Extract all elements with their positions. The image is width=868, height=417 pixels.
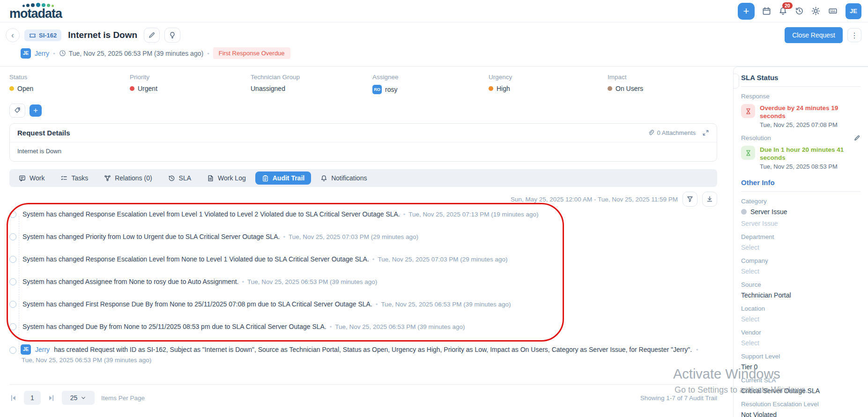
audit-item[interactable]: System has changed Priority from Low to … <box>9 232 717 242</box>
last-page-icon <box>47 394 55 402</box>
expand-icon[interactable] <box>702 129 709 136</box>
collapse-panel-button[interactable]: › <box>733 74 739 89</box>
date-range-text[interactable]: Sun, May 25, 2025 12:00 AM - Tue, Nov 25… <box>511 196 678 203</box>
priority-dot <box>130 86 134 91</box>
lightbulb-icon <box>169 31 176 39</box>
radio-icon[interactable] <box>9 347 16 354</box>
response-status-row: Overdue by 24 minutes 19 seconds Tue, No… <box>741 104 861 128</box>
items-per-page-select[interactable]: 25 <box>62 391 95 405</box>
history-button[interactable] <box>795 7 804 15</box>
separator-dot <box>372 255 375 263</box>
field-resolution-escalation-level[interactable]: Resolution Escalation Level Not Violated <box>741 401 861 417</box>
field-urgency[interactable]: Urgency High <box>489 74 608 94</box>
edit-resolution-icon[interactable] <box>853 134 861 141</box>
field-source[interactable]: Source Technician Portal <box>741 281 861 299</box>
tab-sla[interactable]: SLA <box>162 171 198 185</box>
status-dot <box>9 86 14 91</box>
requester-link[interactable]: Jerry <box>35 50 49 57</box>
calendar-button[interactable] <box>762 7 771 15</box>
items-per-page-label: Items Per Page <box>101 395 145 402</box>
field-status[interactable]: Status Open <box>9 74 130 94</box>
work-icon <box>19 175 26 182</box>
field-category[interactable]: Category Server Issue Server Issue <box>741 198 861 227</box>
tags-row: + <box>9 104 717 118</box>
radio-icon[interactable] <box>9 256 16 263</box>
clock-icon <box>59 50 66 57</box>
app-window: motadata + 20 JE ‹ <box>0 0 868 417</box>
request-description: Internet is Down <box>10 142 717 161</box>
audit-item[interactable]: System has changed Response Escalation L… <box>9 209 717 219</box>
settings-button[interactable] <box>811 7 820 15</box>
radio-icon[interactable] <box>9 301 16 308</box>
response-status-text: Overdue by 24 minutes 19 seconds <box>760 104 861 120</box>
tab-relations[interactable]: Relations (0) <box>97 171 158 185</box>
notifications-tab-icon <box>320 175 327 182</box>
field-department[interactable]: Department Select <box>741 233 861 251</box>
suggestion-button[interactable] <box>164 28 180 43</box>
radio-icon[interactable] <box>9 278 16 285</box>
tab-work[interactable]: Work <box>12 171 51 185</box>
field-support-level[interactable]: Support Level Tier 0 <box>741 353 861 371</box>
download-button[interactable] <box>702 192 717 207</box>
page-number[interactable]: 1 <box>24 391 41 405</box>
urgency-dot <box>489 86 493 91</box>
main-content: Status Open Priority Urgent Technician G… <box>0 67 724 405</box>
keyboard-icon <box>828 7 838 15</box>
audit-item[interactable]: System has changed Assignee from None to… <box>9 277 717 287</box>
radio-icon[interactable] <box>9 211 16 218</box>
more-options-button[interactable]: ⋮ <box>847 28 861 42</box>
audit-item[interactable]: System has changed Due By from None to 2… <box>9 322 717 332</box>
work-log-icon <box>207 175 214 182</box>
audit-user-link[interactable]: Jerry <box>35 344 50 355</box>
field-technician-group[interactable]: Technician Group Unassigned <box>251 74 372 94</box>
tags-button[interactable] <box>9 104 25 118</box>
filter-button[interactable] <box>683 192 697 207</box>
history-icon <box>795 7 804 15</box>
field-current-sla[interactable]: Current SLA Critical Server Outage SLA <box>741 377 861 395</box>
notifications-button[interactable]: 20 <box>779 7 787 15</box>
audit-item[interactable]: System has changed Response Escalation L… <box>9 254 717 264</box>
back-button[interactable]: ‹ <box>6 28 20 42</box>
field-impact[interactable]: Impact On Users <box>608 74 717 94</box>
showing-count-text: Showing 1-7 of 7 Audit Trail <box>640 395 717 402</box>
other-info-title: Other Info <box>741 179 861 186</box>
close-request-button[interactable]: Close Request <box>785 27 843 43</box>
calendar-icon <box>762 7 771 15</box>
relations-icon <box>104 175 111 182</box>
motadata-logo[interactable]: motadata <box>9 2 62 20</box>
category-dot <box>741 209 747 215</box>
category-sub-value: Server Issue <box>741 220 861 227</box>
sla-history-icon <box>168 175 175 182</box>
create-new-button[interactable]: + <box>738 3 755 20</box>
attachments-button[interactable]: 0 Attachments <box>647 129 696 136</box>
page-title: Internet is Down <box>68 30 137 40</box>
tab-work-log[interactable]: Work Log <box>200 171 252 185</box>
field-location[interactable]: Location Select <box>741 305 861 323</box>
field-priority[interactable]: Priority Urgent <box>130 74 251 94</box>
topbar-actions: + 20 JE <box>738 3 861 20</box>
tab-bar: Work Tasks Relations (0) SLA Work Log Au… <box>9 169 717 187</box>
add-tag-button[interactable]: + <box>30 104 42 117</box>
audit-item[interactable]: System has changed First Response Due By… <box>9 299 717 309</box>
radio-icon[interactable] <box>9 233 16 240</box>
chevron-down-icon <box>81 395 86 401</box>
status-fields-row: Status Open Priority Urgent Technician G… <box>9 67 717 100</box>
tab-tasks[interactable]: Tasks <box>54 171 95 185</box>
separator-dot <box>207 50 209 57</box>
keyboard-shortcuts-button[interactable] <box>828 7 838 15</box>
resolution-label: Resolution <box>741 134 861 141</box>
separator-dot <box>696 344 698 355</box>
requester-avatar: JE <box>21 48 31 59</box>
tab-notifications[interactable]: Notifications <box>314 171 373 185</box>
radio-icon[interactable] <box>9 323 16 330</box>
field-vendor[interactable]: Vendor Select <box>741 329 861 347</box>
field-assignee[interactable]: Assignee ROrosy <box>372 74 489 94</box>
edit-title-button[interactable] <box>144 28 160 43</box>
tab-audit-trail[interactable]: Audit Trail <box>255 171 311 185</box>
field-company[interactable]: Company Select <box>741 257 861 275</box>
first-page-button[interactable] <box>9 394 17 402</box>
sla-status-title: SLA Status <box>741 74 861 82</box>
last-page-button[interactable] <box>47 394 55 402</box>
audit-created-item[interactable]: JE Jerry has created Request with ID as … <box>9 344 717 364</box>
user-avatar[interactable]: JE <box>846 3 861 19</box>
